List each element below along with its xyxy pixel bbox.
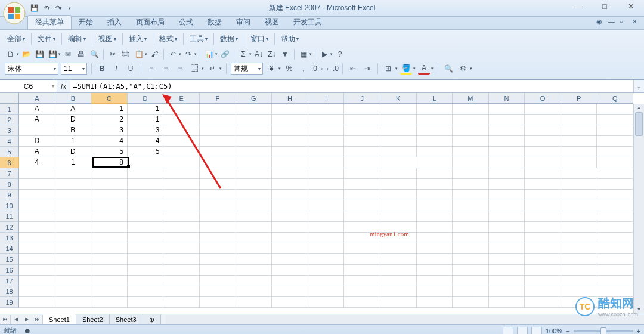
classic-menu-item[interactable]: 视图 ▾ — [96, 33, 119, 45]
cell[interactable] — [308, 115, 345, 125]
cell[interactable] — [272, 276, 308, 286]
cell[interactable] — [19, 190, 55, 200]
cell[interactable] — [380, 200, 417, 211]
row-header[interactable]: 19 — [0, 297, 19, 308]
cell[interactable] — [200, 136, 236, 147]
cell[interactable] — [525, 297, 561, 308]
align-center-icon[interactable]: ≡ — [160, 63, 172, 75]
cell[interactable] — [19, 276, 55, 286]
cell[interactable] — [308, 265, 345, 276]
cell[interactable] — [200, 115, 236, 125]
cell[interactable] — [308, 222, 345, 233]
row-header[interactable]: 18 — [0, 286, 19, 297]
cell[interactable] — [308, 136, 345, 147]
macro-rec-icon[interactable]: ⏺ — [21, 325, 33, 335]
cell[interactable] — [453, 265, 489, 276]
cell[interactable] — [344, 115, 380, 125]
cell[interactable] — [489, 157, 525, 168]
comma-icon[interactable]: , — [298, 63, 309, 75]
chart-icon[interactable]: 📊 — [203, 48, 215, 60]
maximize-button[interactable]: □ — [592, 0, 618, 12]
cell[interactable] — [380, 243, 417, 254]
cell[interactable] — [453, 211, 489, 222]
print-icon[interactable]: 🖶 — [75, 48, 87, 60]
settings-icon[interactable]: ⚙ — [457, 63, 469, 75]
cell[interactable] — [19, 254, 55, 265]
cell[interactable] — [272, 147, 308, 157]
cell[interactable] — [561, 276, 597, 286]
cell[interactable] — [453, 286, 489, 297]
cell[interactable] — [200, 168, 236, 179]
ribbon-tab[interactable]: 开始 — [72, 16, 100, 29]
cell[interactable] — [163, 200, 200, 211]
cell[interactable] — [163, 276, 200, 286]
cell[interactable] — [163, 286, 200, 297]
cell[interactable] — [163, 168, 200, 179]
cell[interactable] — [417, 190, 453, 200]
sum-icon[interactable]: Σ — [237, 48, 249, 60]
ribbon-tab[interactable]: 开发工具 — [286, 16, 329, 29]
cell[interactable] — [163, 115, 200, 125]
column-header[interactable]: M — [453, 93, 489, 104]
cell[interactable] — [272, 179, 308, 190]
cell[interactable] — [128, 243, 164, 254]
sheet-tab[interactable]: Sheet2 — [76, 314, 110, 325]
view-normal-icon[interactable] — [503, 327, 513, 335]
cell[interactable] — [453, 190, 489, 200]
cell[interactable] — [597, 190, 634, 200]
redo-icon[interactable]: ↷ — [182, 48, 194, 60]
cell[interactable] — [163, 265, 200, 276]
cell[interactable] — [91, 190, 128, 200]
currency-icon[interactable]: ¥ — [265, 63, 277, 75]
cell[interactable] — [236, 222, 273, 233]
cell[interactable]: D — [19, 136, 55, 147]
cell[interactable] — [236, 286, 273, 297]
cell[interactable] — [308, 190, 345, 200]
insert-sheet-icon[interactable]: ⊕ — [143, 314, 161, 325]
cell[interactable] — [308, 211, 345, 222]
minimize-button[interactable]: — — [565, 0, 592, 12]
cell[interactable] — [55, 297, 92, 308]
cell[interactable] — [200, 104, 236, 115]
row-header[interactable]: 4 — [0, 136, 19, 147]
cell[interactable] — [236, 297, 273, 308]
row-header[interactable]: 13 — [0, 233, 19, 243]
cell[interactable] — [561, 200, 597, 211]
row-header[interactable]: 5 — [0, 147, 19, 157]
cell[interactable] — [308, 286, 345, 297]
ribbon-tab[interactable]: 视图 — [258, 16, 286, 29]
cell[interactable] — [236, 254, 273, 265]
cell[interactable] — [272, 286, 308, 297]
vertical-scrollbar[interactable]: ▲ ▼ — [633, 104, 644, 314]
wrap-icon[interactable]: ↵ — [206, 63, 218, 75]
border-icon[interactable]: ⊞ — [382, 63, 394, 75]
zoom-in-icon[interactable]: + — [637, 327, 640, 335]
cell[interactable] — [55, 254, 92, 265]
cell[interactable] — [344, 179, 380, 190]
cell[interactable] — [561, 125, 597, 136]
classic-menu-item[interactable]: 编辑 ▾ — [66, 33, 88, 45]
cell[interactable] — [200, 265, 236, 276]
cell[interactable] — [597, 233, 634, 243]
cell[interactable] — [597, 243, 634, 254]
cell[interactable] — [380, 297, 417, 308]
cell[interactable] — [236, 104, 273, 115]
cell[interactable] — [200, 125, 236, 136]
cell[interactable] — [128, 297, 164, 308]
cell[interactable] — [344, 125, 380, 136]
cell[interactable] — [525, 136, 561, 147]
cell[interactable] — [272, 190, 308, 200]
cell[interactable] — [561, 265, 597, 276]
cell[interactable] — [417, 115, 453, 125]
cell[interactable] — [344, 254, 380, 265]
link-icon[interactable]: 🔗 — [219, 48, 231, 60]
cell[interactable] — [308, 168, 345, 179]
help-toolbutton-icon[interactable]: ? — [334, 48, 346, 60]
cell[interactable] — [489, 297, 525, 308]
cell[interactable] — [597, 200, 634, 211]
cell[interactable] — [308, 125, 345, 136]
fill-color-icon[interactable]: 🪣 — [400, 63, 412, 75]
cell[interactable] — [561, 190, 597, 200]
column-header[interactable]: P — [561, 93, 597, 104]
column-headers[interactable]: ABCDEFGHIJKLMNOPQ — [19, 93, 633, 104]
